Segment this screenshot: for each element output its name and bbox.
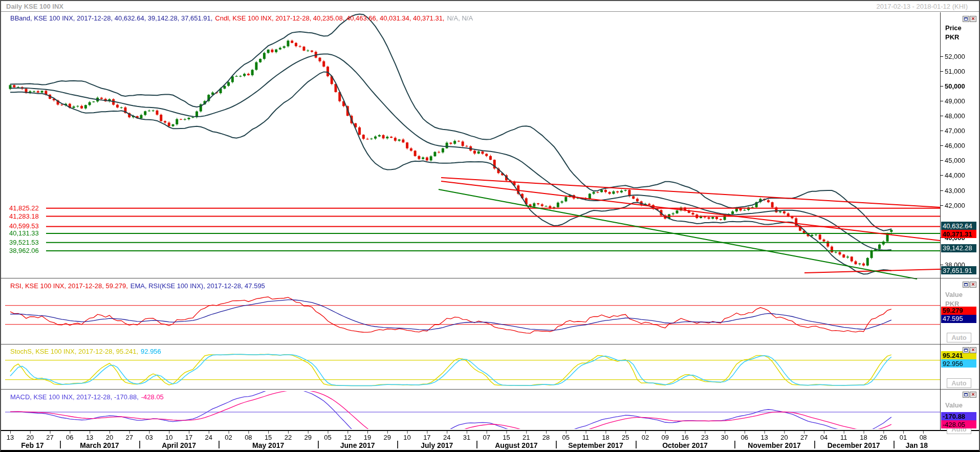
price-tick-label: 46,000	[940, 142, 965, 149]
restore-icon	[964, 349, 968, 352]
legend-macd-segment[interactable]: MACD, KSE 100 INX, 2017-12-28, -170.88,	[10, 393, 139, 401]
date-tick-label: 04	[815, 434, 833, 441]
tick-value: 51,000	[945, 68, 965, 75]
date-tick-label: 05	[319, 434, 336, 441]
chart-canvas[interactable]	[1, 1, 980, 452]
month-label: July 2017	[397, 441, 476, 449]
close-panel-button-macd[interactable]: ×	[970, 392, 976, 398]
month-label: April 2017	[139, 441, 219, 449]
legend-macd-segment[interactable]: -428.05	[141, 393, 164, 401]
tick-mark	[940, 175, 943, 176]
tick-mark	[940, 205, 943, 206]
date-tick-label: 08	[914, 434, 932, 441]
legend-bband-cndl-segment[interactable]: BBand, KSE 100 INX, 2017-12-28, 40,632.6…	[10, 14, 212, 22]
date-tick-label: 11	[835, 434, 853, 441]
date-tick-label: 09	[657, 434, 674, 441]
date-tick-label: 11	[577, 434, 595, 441]
auto-scale-button-stoch[interactable]: Auto	[947, 378, 971, 388]
tick-mark	[940, 190, 943, 191]
close-icon: ×	[971, 16, 974, 21]
date-tick-label: 17	[180, 434, 198, 441]
stoch-panel-legend: StochS, KSE 100 INX, 2017-12-28, 95.241,…	[10, 348, 164, 355]
restore-icon	[964, 393, 968, 396]
tick-mark	[940, 86, 943, 87]
price-tick-label: 43,000	[940, 187, 965, 195]
macd-value-box: -428.05	[941, 420, 976, 428]
restore-panel-button-stoch[interactable]	[963, 347, 969, 353]
price-tick-label: 42,000	[940, 202, 965, 209]
chart-window: Daily KSE 100 INX 2017-02-13 - 2018-01-1…	[0, 0, 980, 452]
tick-value: 52,000	[945, 53, 965, 60]
date-tick-label: 06	[736, 434, 753, 441]
price-tick-label: 45,000	[940, 157, 965, 164]
date-tick-label: 25	[617, 434, 634, 441]
date-tick-label: 06	[61, 434, 78, 441]
panel-separator-macd-axis	[1, 430, 979, 431]
date-tick-label: 20	[775, 434, 793, 441]
tick-value: 47,000	[945, 127, 965, 135]
close-panel-button-stoch[interactable]: ×	[970, 347, 976, 353]
tick-mark	[940, 101, 943, 101]
legend-bband-cndl-segment[interactable]: Cndl, KSE 100 INX, 2017-12-28, 40,235.08…	[215, 14, 444, 22]
date-tick-label: 02	[220, 434, 237, 441]
panel-separator-main-rsi[interactable]	[1, 278, 979, 278]
date-tick-label: 16	[677, 434, 694, 441]
price-tick-label: 50,000	[940, 82, 965, 90]
date-tick-label: 22	[279, 434, 297, 441]
restore-icon	[964, 283, 968, 286]
auto-scale-button-rsi[interactable]: Auto	[947, 333, 971, 342]
legend-bband-cndl-segment[interactable]: N/A, N/A	[447, 14, 473, 22]
date-tick-label: 27	[121, 434, 138, 441]
legend-rsi-segment[interactable]: RSI, KSE 100 INX, 2017-12-28, 59.279,	[10, 282, 128, 290]
restore-panel-button-macd[interactable]	[963, 392, 969, 398]
panel-separator-stoch-macd[interactable]	[1, 389, 979, 390]
price-tick-label: 52,000	[940, 53, 965, 60]
sr-level-label: 40,131.33	[9, 230, 41, 237]
date-tick-label: 20	[21, 434, 39, 441]
date-tick-label: 29	[379, 434, 396, 441]
tick-mark	[940, 56, 943, 57]
date-tick-label: 15	[259, 434, 277, 441]
sr-level-label: 41,283.18	[9, 213, 41, 220]
legend-stoch-segment[interactable]: 92.956	[141, 348, 161, 355]
date-tick-label: 27	[795, 434, 813, 441]
month-label: September 2017	[556, 441, 635, 449]
price-tick-label: 44,000	[940, 171, 965, 179]
close-icon: ×	[971, 282, 974, 287]
main-panel-legend: BBand, KSE 100 INX, 2017-12-28, 40,632.6…	[10, 14, 475, 22]
price-tick-label: 48,000	[940, 112, 965, 120]
price-value-box: 40,371.31	[941, 230, 976, 238]
close-panel-button-rsi[interactable]: ×	[970, 282, 976, 288]
month-label: August 2017	[476, 441, 556, 449]
date-tick-label: 24	[438, 434, 455, 441]
tick-value: 50,000	[945, 82, 965, 90]
price-tick-label: 47,000	[940, 127, 965, 135]
month-label: Feb 17	[5, 441, 60, 449]
panel-separator-rsi-stoch[interactable]	[1, 344, 979, 345]
date-range-label: 2017-02-13 - 2018-01-12 (KHI)	[877, 3, 968, 10]
restore-panel-button-rsi[interactable]	[963, 282, 969, 288]
close-panel-button-main[interactable]: ×	[970, 16, 976, 22]
date-tick-label: 10	[399, 434, 416, 441]
date-tick-label: 18	[855, 434, 873, 441]
restore-panel-button-main[interactable]	[963, 16, 969, 22]
month-label: October 2017	[636, 441, 735, 449]
restore-icon	[964, 17, 968, 20]
chart-title: Daily KSE 100 INX	[6, 3, 63, 10]
legend-rsi-segment[interactable]: EMA, RSI(KSE 100 INX), 2017-12-28, 47.59…	[130, 282, 265, 290]
sr-level-label: 41,825.22	[9, 205, 41, 212]
rsi-panel-legend: RSI, KSE 100 INX, 2017-12-28, 59.279,EMA…	[10, 282, 268, 290]
tick-value: 45,000	[945, 157, 965, 164]
tick-mark	[940, 131, 943, 131]
date-tick-label: 13	[81, 434, 98, 441]
tick-value: 44,000	[945, 171, 965, 179]
date-tick-label: 13	[2, 434, 19, 441]
date-tick-label: 15	[498, 434, 515, 441]
title-bar: Daily KSE 100 INX 2017-02-13 - 2018-01-1…	[1, 1, 979, 12]
date-tick-label: 20	[101, 434, 118, 441]
macd-value-box: -170.88	[941, 412, 976, 420]
date-tick-label: 02	[637, 434, 654, 441]
legend-stoch-segment[interactable]: StochS, KSE 100 INX, 2017-12-28, 95.241,	[10, 348, 138, 355]
month-label: December 2017	[814, 441, 894, 449]
price-value-box: 39,142.28	[941, 244, 976, 252]
